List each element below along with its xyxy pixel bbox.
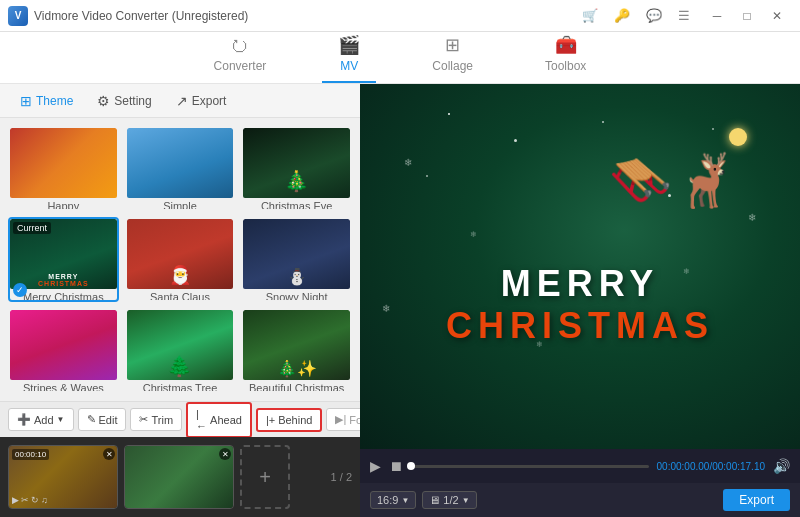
behind-icon: |+ xyxy=(266,414,275,426)
app-title: Vidmore Video Converter (Unregistered) xyxy=(34,9,248,23)
page-label: 1/2 xyxy=(443,494,458,506)
theme-simple[interactable]: Simple xyxy=(125,126,236,211)
maximize-button[interactable]: □ xyxy=(732,2,762,30)
theme-christmas-tree-label: Christmas Tree xyxy=(127,380,234,393)
theme-snowy-night-thumbnail: ⛄ xyxy=(243,219,350,289)
preview-bg: 🦌🛷 MERRY CHRISTMAS ❄ ❄ ❄ ❄ ❄ ❄ xyxy=(360,84,800,449)
trim-label: Trim xyxy=(151,414,173,426)
cart-icon[interactable]: 🛒 xyxy=(578,6,602,25)
star-3 xyxy=(426,175,428,177)
clip-2-close[interactable]: ✕ xyxy=(219,448,231,460)
theme-merry-christmas[interactable]: MERRYCHRISTMAS Current ✓ Merry Christmas xyxy=(8,217,119,302)
theme-christmas-tree[interactable]: 🌲 Christmas Tree xyxy=(125,308,236,393)
theme-santa-claus[interactable]: 🎅 Santa Claus xyxy=(125,217,236,302)
sub-tab-theme[interactable]: ⊞ Theme xyxy=(8,89,85,113)
theme-christmas-eve[interactable]: 🎄 Christmas Eve xyxy=(241,126,352,211)
right-panel: 🦌🛷 MERRY CHRISTMAS ❄ ❄ ❄ ❄ ❄ ❄ xyxy=(360,84,800,517)
setting-icon: ⚙ xyxy=(97,93,110,109)
stop-button[interactable]: ⏹ xyxy=(389,458,403,474)
player-controls: ▶ ⏹ 00:00:00.00/00:00:17.10 🔊 xyxy=(360,449,800,483)
theme-happy-label: Happy xyxy=(10,198,117,211)
star-4 xyxy=(602,121,604,123)
theme-christmas-eve-thumbnail: 🎄 xyxy=(243,128,350,198)
trim-icon: ✂ xyxy=(139,413,148,426)
edit-icon: ✎ xyxy=(87,413,96,426)
close-button[interactable]: ✕ xyxy=(762,2,792,30)
window-controls: ─ □ ✕ xyxy=(702,2,792,30)
ratio-selector[interactable]: 16:9 ▼ xyxy=(370,491,416,509)
add-dropdown-arrow: ▼ xyxy=(57,415,65,424)
title-bar-left: V Vidmore Video Converter (Unregistered) xyxy=(8,6,248,26)
progress-bar[interactable] xyxy=(411,465,649,468)
volume-button[interactable]: 🔊 xyxy=(773,458,790,474)
add-clip-button[interactable]: + xyxy=(240,445,290,509)
add-button[interactable]: ➕ Add ▼ xyxy=(8,408,74,431)
ahead-icon: |← xyxy=(196,408,207,432)
sub-tab-export[interactable]: ↗ Export xyxy=(164,89,239,113)
play-icon: ▶ xyxy=(12,495,19,505)
theme-christmas-tree-thumbnail: 🌲 xyxy=(127,310,234,380)
ratio-dropdown-icon: ▼ xyxy=(401,496,409,505)
merry-text: MERRY xyxy=(446,263,714,305)
export-button[interactable]: Export xyxy=(723,489,790,511)
page-selector[interactable]: 🖥 1/2 ▼ xyxy=(422,491,476,509)
theme-happy-thumbnail xyxy=(10,128,117,198)
snow-6: ❄ xyxy=(536,340,543,349)
monitor-icon: 🖥 xyxy=(429,494,440,506)
action-bar: ➕ Add ▼ ✎ Edit ✂ Trim |← Ahead |+ xyxy=(0,401,360,437)
collage-icon: ⊞ xyxy=(445,34,460,56)
menu-icon[interactable]: ☰ xyxy=(674,6,694,25)
sub-tab-export-label: Export xyxy=(192,94,227,108)
tab-toolbox[interactable]: 🧰 Toolbox xyxy=(529,28,602,83)
tab-converter-label: Converter xyxy=(214,59,267,73)
sub-tab-setting[interactable]: ⚙ Setting xyxy=(85,89,163,113)
christmas-text-block: MERRY CHRISTMAS xyxy=(446,263,714,347)
ahead-label: Ahead xyxy=(210,414,242,426)
snow-2: ❄ xyxy=(470,230,477,239)
key-icon[interactable]: 🔑 xyxy=(610,6,634,25)
theme-beautiful-christmas[interactable]: 🎄✨ Beautiful Christmas xyxy=(241,308,352,393)
sub-tab-setting-label: Setting xyxy=(114,94,151,108)
snow-3: ❄ xyxy=(382,303,390,314)
theme-stripes-waves[interactable]: Stripes & Waves xyxy=(8,308,119,393)
sub-toolbar: ⊞ Theme ⚙ Setting ↗ Export xyxy=(0,84,360,118)
edit-label: Edit xyxy=(99,414,118,426)
clip-1-icons: ▶ ✂ ↻ ♫ xyxy=(12,495,48,505)
trim-button[interactable]: ✂ Trim xyxy=(130,408,182,431)
clip-1-time: 00:00:10 xyxy=(12,449,49,460)
video-preview: 🦌🛷 MERRY CHRISTMAS ❄ ❄ ❄ ❄ ❄ ❄ xyxy=(360,84,800,449)
mv-icon: 🎬 xyxy=(338,34,360,56)
behind-button[interactable]: |+ Behind xyxy=(256,408,323,432)
tab-collage[interactable]: ⊞ Collage xyxy=(416,28,489,83)
tab-mv[interactable]: 🎬 MV xyxy=(322,28,376,83)
chat-icon[interactable]: 💬 xyxy=(642,6,666,25)
tab-collage-label: Collage xyxy=(432,59,473,73)
theme-snowy-night[interactable]: ⛄ Snowy Night xyxy=(241,217,352,302)
panels-area: ⊞ Theme ⚙ Setting ↗ Export xyxy=(0,84,800,517)
bottom-bar: 16:9 ▼ 🖥 1/2 ▼ Export xyxy=(360,483,800,517)
tab-converter[interactable]: ⭮ Converter xyxy=(198,29,283,83)
minimize-button[interactable]: ─ xyxy=(702,2,732,30)
toolbox-icon: 🧰 xyxy=(555,34,577,56)
ahead-button[interactable]: |← Ahead xyxy=(186,402,252,438)
theme-grid: Happy Simple 🎄 Christmas Eve xyxy=(0,118,360,401)
reindeer-sleigh: 🦌🛷 xyxy=(608,150,738,211)
page-dropdown-icon: ▼ xyxy=(462,496,470,505)
export-icon: ↗ xyxy=(176,93,188,109)
tab-mv-label: MV xyxy=(340,59,358,73)
star-2 xyxy=(514,139,517,142)
clip-1-close[interactable]: ✕ xyxy=(103,448,115,460)
play-button[interactable]: ▶ xyxy=(370,458,381,474)
edit-button[interactable]: ✎ Edit xyxy=(78,408,127,431)
theme-beautiful-christmas-thumbnail: 🎄✨ xyxy=(243,310,350,380)
rotate-icon: ↻ xyxy=(31,495,39,505)
timeline-clip-2[interactable]: ✕ xyxy=(124,445,234,509)
progress-dot[interactable] xyxy=(407,462,415,470)
star-1 xyxy=(448,113,450,115)
timeline-clip-1[interactable]: 00:00:10 ✕ ▶ ✂ ↻ ♫ xyxy=(8,445,118,509)
theme-happy[interactable]: Happy xyxy=(8,126,119,211)
title-bar-right: 🛒 🔑 💬 ☰ ─ □ ✕ xyxy=(578,2,792,30)
theme-icon: ⊞ xyxy=(20,93,32,109)
theme-santa-claus-thumbnail: 🎅 xyxy=(127,219,234,289)
title-bar: V Vidmore Video Converter (Unregistered)… xyxy=(0,0,800,32)
